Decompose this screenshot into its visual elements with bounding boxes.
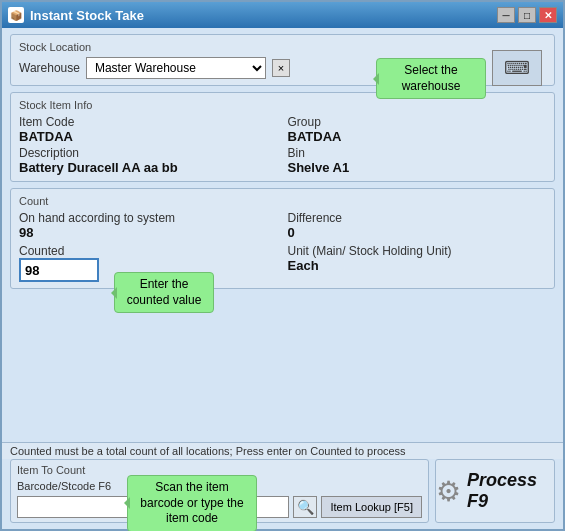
difference-cell: Difference 0 [288,211,547,240]
warehouse-label: Warehouse [19,61,80,75]
count-grid: On hand according to system 98 Differenc… [19,211,546,282]
count-section: Count On hand according to system 98 Dif… [10,188,555,289]
count-tooltip: Enter the counted value [114,272,214,313]
status-bar: Counted must be a total count of all loc… [2,442,563,459]
maximize-button[interactable]: □ [518,7,536,23]
stock-item-info-section: Stock Item Info Item Code BATDAA Group B… [10,92,555,182]
minimize-button[interactable]: ─ [497,7,515,23]
stock-location-section: Stock Location Warehouse Master Warehous… [10,34,555,86]
app-icon: 📦 [8,7,24,23]
status-text: Counted must be a total count of all loc… [10,445,406,457]
bottom-section: Item To Count Barcode/Stcode F6 Scan the… [2,459,563,529]
description-value: Battery Duracell AA aa bb [19,160,278,175]
on-hand-value: 98 [19,225,278,240]
description-label: Description [19,146,278,160]
barcode-stcode-label: Barcode/Stcode F6 [17,480,111,492]
lookup-button[interactable]: Item Lookup [F5] [321,496,422,518]
item-code-value: BATDAA [19,129,278,144]
group-value: BATDAA [288,129,547,144]
stock-item-info-label: Stock Item Info [19,99,546,111]
search-button[interactable]: 🔍 [293,496,317,518]
keyboard-button[interactable]: ⌨ [492,50,542,86]
item-code-label-cell: Item Code BATDAA [19,115,278,144]
item-code-label: Item Code [19,115,278,129]
stock-location-label: Stock Location [19,41,546,53]
difference-label: Difference [288,211,547,225]
keyboard-icon: ⌨ [504,57,530,79]
content-area: Stock Location Warehouse Master Warehous… [2,28,563,442]
group-label: Group [288,115,547,129]
bin-value: Shelve A1 [288,160,547,175]
bin-cell: Bin Shelve A1 [288,146,547,175]
counted-label: Counted [19,244,278,258]
gear-icon: ⚙ [436,475,461,508]
unit-value: Each [288,258,547,273]
close-button[interactable]: ✕ [539,7,557,23]
barcode-tooltip: Scan the item barcode or type the item c… [127,475,257,531]
process-label: Process F9 [467,470,554,512]
difference-value: 0 [288,225,547,240]
main-window: 📦 Instant Stock Take ─ □ ✕ Stock Locatio… [0,0,565,531]
on-hand-cell: On hand according to system 98 [19,211,278,240]
warehouse-clear-button[interactable]: × [272,59,290,77]
window-controls: ─ □ ✕ [497,7,557,23]
window-title: Instant Stock Take [30,8,491,23]
warehouse-row: Warehouse Master Warehouse × Select the … [19,57,546,79]
unit-label: Unit (Main/ Stock Holding Unit) [288,244,547,258]
description-cell: Description Battery Duracell AA aa bb [19,146,278,175]
counted-input[interactable] [19,258,99,282]
unit-cell: Unit (Main/ Stock Holding Unit) Each [288,244,547,282]
group-cell: Group BATDAA [288,115,547,144]
on-hand-label: On hand according to system [19,211,278,225]
title-bar: 📦 Instant Stock Take ─ □ ✕ [2,2,563,28]
barcode-panel: Item To Count Barcode/Stcode F6 Scan the… [10,459,429,523]
warehouse-select[interactable]: Master Warehouse [86,57,266,79]
warehouse-tooltip: Select the warehouse [376,58,486,99]
bin-label: Bin [288,146,547,160]
count-label: Count [19,195,546,207]
process-button[interactable]: ⚙ Process F9 [435,459,555,523]
search-icon: 🔍 [297,499,314,515]
counted-cell: Counted Enter the counted value [19,244,278,282]
stock-info-grid: Item Code BATDAA Group BATDAA Descriptio… [19,115,546,175]
